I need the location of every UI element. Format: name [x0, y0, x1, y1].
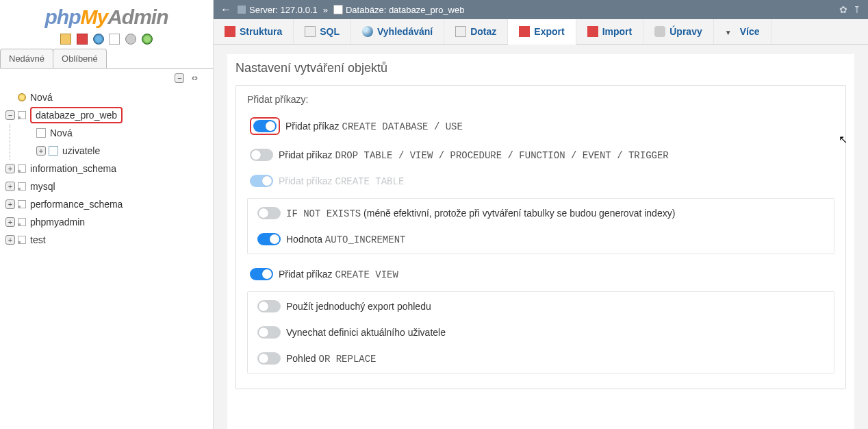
server-icon — [237, 5, 246, 14]
expander-icon[interactable]: + — [5, 217, 15, 227]
new-db-icon — [18, 93, 26, 101]
tab-operations[interactable]: Úpravy — [643, 19, 713, 44]
opt-create-table: Přidat příkaz CREATE TABLE — [247, 168, 834, 194]
opt-create-view: Přidat příkaz CREATE VIEW — [247, 261, 834, 287]
database-icon — [18, 182, 26, 191]
collapse-all-icon[interactable]: − — [175, 73, 184, 83]
database-icon — [18, 236, 26, 244]
table-icon — [49, 146, 58, 156]
add-statements-fieldset: Přidat příkazy: Přidat příkaz CREATE DAT… — [235, 85, 846, 389]
tree-db[interactable]: information_schema — [30, 163, 116, 174]
logo-admin: Admin — [107, 5, 168, 28]
home-icon[interactable] — [60, 34, 71, 45]
tab-import[interactable]: Import — [576, 19, 644, 44]
logo-my: My — [80, 5, 107, 28]
sidebar: phpMyAdmin Nedávné Oblíbené − Nová — [0, 0, 214, 429]
opt-or-replace: Pohled OR REPLACE — [255, 345, 827, 371]
back-arrow-icon[interactable]: ← — [220, 3, 231, 16]
tab-more[interactable]: Více — [714, 19, 771, 44]
toggle-skip-definer[interactable] — [257, 326, 281, 339]
sql-query-icon[interactable] — [93, 34, 104, 45]
tree-new-db[interactable]: Nová — [30, 92, 53, 103]
logout-icon[interactable] — [77, 34, 88, 45]
tab-export[interactable]: Export — [508, 19, 576, 45]
page-settings-icon[interactable]: ✿ — [839, 4, 847, 15]
import-icon — [587, 26, 598, 37]
opt-if-not-exists: IF NOT EXISTS (méně efektivní, protože p… — [255, 200, 827, 226]
expander-icon[interactable]: + — [5, 235, 15, 245]
highlight-annotation — [250, 117, 280, 135]
link-icon[interactable] — [190, 73, 199, 83]
tab-recent[interactable]: Nedávné — [0, 49, 53, 68]
toggle-create-view[interactable] — [250, 268, 273, 280]
create-view-subopts: Použít jednoduchý export pohledu Vynecha… — [247, 291, 834, 373]
search-icon — [362, 26, 373, 37]
query-icon — [455, 26, 466, 37]
toggle-drop-statement[interactable] — [250, 149, 273, 161]
database-icon — [18, 164, 26, 173]
tab-sql[interactable]: SQL — [294, 19, 351, 44]
tree-table[interactable]: uzivatele — [62, 145, 100, 156]
sidebar-tabs: Nedávné Oblíbené — [0, 49, 213, 69]
opt-auto-increment: Hodnota AUTO_INCREMENT — [255, 226, 827, 252]
create-table-subopts: IF NOT EXISTS (méně efektivní, protože p… — [247, 198, 834, 254]
operations-icon — [654, 26, 665, 37]
expander-icon[interactable]: + — [5, 182, 15, 191]
tree-db-selected[interactable]: databaze_pro_web — [30, 107, 123, 123]
reload-icon[interactable] — [142, 34, 153, 45]
toggle-if-not-exists[interactable] — [257, 207, 281, 219]
database-icon — [18, 218, 26, 226]
page-collapse-icon[interactable]: ⤒ — [853, 4, 861, 15]
toggle-create-table[interactable] — [250, 175, 273, 187]
bc-server-label: Server: — [249, 5, 278, 15]
toggle-simple-view-export[interactable] — [257, 300, 281, 312]
breadcrumb-separator: » — [323, 5, 328, 15]
bc-db-label: Databáze: — [346, 5, 386, 15]
expander-icon[interactable]: + — [5, 199, 15, 209]
settings-icon[interactable] — [125, 34, 136, 45]
main-tabs: Struktura SQL Vyhledávání Dotaz Export I… — [214, 19, 868, 45]
content-panel: Nastavení vytváření objektů Přidat příka… — [227, 54, 854, 429]
toggle-create-database[interactable] — [253, 120, 277, 132]
export-icon — [519, 26, 530, 37]
tab-search[interactable]: Vyhledávání — [351, 19, 444, 44]
tree-db[interactable]: performance_schema — [30, 199, 123, 210]
tab-query[interactable]: Dotaz — [444, 19, 508, 44]
new-table-icon — [36, 128, 46, 138]
opt-drop-statement: Přidat příkaz DROP TABLE / VIEW / PROCED… — [247, 142, 834, 168]
opt-simple-view-export: Použít jednoduchý export pohledu — [255, 293, 827, 319]
tab-structure[interactable]: Struktura — [214, 19, 294, 44]
chevron-down-icon — [725, 26, 736, 37]
tree-db[interactable]: test — [30, 234, 46, 245]
bc-db-value[interactable]: databaze_pro_web — [389, 5, 465, 15]
bc-server-value[interactable]: 127.0.0.1 — [281, 5, 318, 15]
sql-icon — [305, 26, 316, 37]
tree-db[interactable]: phpmyadmin — [30, 217, 85, 228]
fieldset-legend: Přidat příkazy: — [236, 86, 845, 110]
logo[interactable]: phpMyAdmin — [0, 0, 213, 30]
database-icon — [18, 200, 26, 208]
section-title: Nastavení vytváření objektů — [235, 61, 846, 75]
docs-icon[interactable] — [109, 34, 120, 45]
tree-db[interactable]: mysql — [30, 181, 55, 192]
breadcrumb: ← Server: 127.0.0.1 » Databáze: databaze… — [214, 0, 868, 19]
opt-skip-definer: Vynechat definici aktuálního uživatele — [255, 319, 827, 345]
database-icon — [18, 111, 26, 119]
sidebar-toolbar — [0, 30, 213, 49]
expander-icon[interactable]: + — [36, 146, 46, 156]
opt-create-database: Přidat příkaz CREATE DATABASE / USE — [247, 110, 834, 142]
database-icon — [333, 5, 343, 14]
structure-icon — [225, 26, 235, 37]
logo-php: php — [45, 5, 81, 28]
expander-icon[interactable]: + — [5, 164, 15, 173]
expander-icon[interactable]: − — [5, 110, 15, 120]
toggle-or-replace[interactable] — [257, 352, 281, 365]
main: ← Server: 127.0.0.1 » Databáze: databaze… — [214, 0, 868, 429]
toggle-auto-increment[interactable] — [257, 233, 281, 245]
tree-new-table[interactable]: Nová — [50, 127, 73, 138]
tab-favorites[interactable]: Oblíbené — [53, 49, 107, 68]
db-tree: Nová − databaze_pro_web Nová + uzivatele — [0, 87, 213, 253]
tree-collapse-controls: − — [0, 69, 213, 88]
